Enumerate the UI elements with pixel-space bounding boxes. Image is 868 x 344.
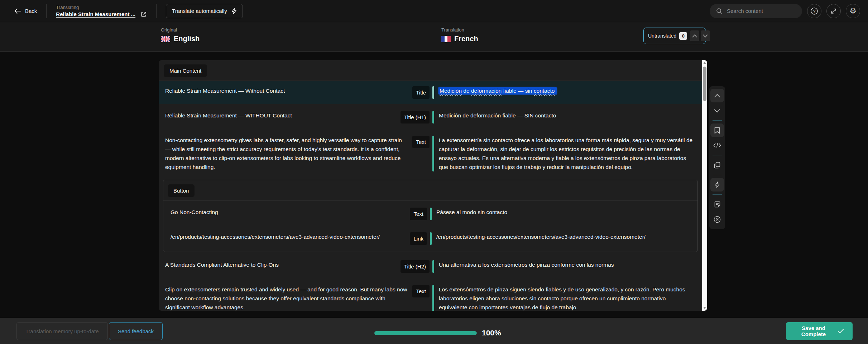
translation-row[interactable]: Clip on extensometers remain trusted and… [159, 280, 702, 311]
language-bar: Original English Translation [0, 22, 868, 52]
translation-label: Translation [441, 27, 478, 33]
top-bar: Back Translating Reliable Strain Measure… [0, 0, 868, 22]
progress-fill [374, 331, 477, 335]
scrollbar-down-arrow[interactable] [702, 305, 707, 311]
field-group: ButtonGo Non-ContactingTextPásese al mod… [163, 180, 698, 252]
original-text: Non-contacting extensometry gives labs a… [162, 136, 412, 171]
search-bar[interactable] [710, 4, 802, 18]
original-text: Go Non-Contacting [167, 208, 410, 217]
save-and-complete-button[interactable]: Save and Complete [786, 322, 853, 340]
translation-text[interactable]: Una alternativa a los extensómetros de p… [434, 260, 697, 269]
expand-icon [830, 8, 837, 15]
translation-text[interactable]: La extensometría sin contacto ofrece a l… [434, 136, 697, 171]
copy-icon [714, 162, 720, 169]
original-label: Original [161, 27, 200, 33]
field-type-tag: Text [412, 285, 430, 297]
chevron-up-icon [692, 34, 697, 38]
translation-language-block: Translation French [441, 27, 478, 43]
svg-text:?: ? [813, 9, 816, 14]
france-flag-icon [441, 36, 451, 42]
panel-divider [163, 200, 697, 201]
bookmark-button[interactable] [710, 123, 724, 137]
settings-gear-icon: ⚙ [849, 7, 857, 15]
field-type-tag: Link [410, 232, 427, 245]
translation-panel: Main Content Reliable Strain Measurement… [159, 60, 707, 311]
translation-text[interactable]: Medición de deformación fiable — SIN con… [434, 111, 697, 120]
translation-row[interactable]: Go Non-ContactingTextPásese al modo sin … [163, 202, 697, 226]
send-feedback-button[interactable]: Send feedback [109, 322, 163, 340]
search-icon [716, 8, 723, 14]
progress-bar [374, 331, 477, 335]
toolbar-divider [713, 155, 722, 155]
group-label-chip: Main Content [164, 64, 207, 77]
field-type-tag: Title [412, 86, 430, 99]
untranslated-filter[interactable]: Untranslated 0 [643, 28, 706, 44]
filter-label: Untranslated [648, 33, 676, 39]
translation-language-name: French [454, 35, 478, 43]
filter-previous-button[interactable] [690, 30, 699, 41]
search-input[interactable] [727, 8, 796, 14]
next-field-button[interactable] [710, 104, 724, 117]
checkmark-icon [838, 329, 844, 334]
field-type-tag: Text [412, 136, 430, 148]
original-language-block: Original English [161, 27, 200, 43]
settings-button[interactable]: ⚙ [846, 4, 860, 18]
translation-row[interactable]: Reliable Strain Measurement — Without Co… [159, 81, 702, 104]
uk-flag-icon [161, 36, 170, 42]
back-label: Back [25, 8, 37, 14]
scrollbar-thumb[interactable] [703, 67, 706, 101]
progress-percent-label: 100% [482, 329, 501, 337]
topbar-divider [156, 4, 157, 18]
translation-text[interactable]: /en/products/testing-accessories/extenso… [432, 232, 697, 241]
group-label-chip: Button [168, 184, 195, 197]
previous-field-button[interactable] [710, 89, 724, 102]
original-text: A Standards Compliant Alternative to Cli… [162, 260, 412, 269]
help-icon: ? [810, 6, 819, 16]
topbar-divider [46, 4, 47, 18]
translation-rows-container: Main Content Reliable Strain Measurement… [159, 60, 702, 311]
translation-text[interactable]: Los extensómetros de pinza siguen siendo… [434, 285, 697, 311]
translate-automatically-button[interactable]: Translate automatically [166, 4, 243, 18]
translation-row[interactable]: A Standards Compliant Alternative to Cli… [159, 255, 702, 278]
filter-next-button[interactable] [701, 30, 710, 41]
toolbar-divider [713, 120, 722, 121]
notes-icon [714, 201, 720, 208]
translation-row[interactable]: Reliable Strain Measurement — WITHOUT Co… [159, 106, 702, 129]
chevron-down-icon [703, 34, 708, 38]
notes-button[interactable] [710, 198, 724, 211]
external-link-icon[interactable] [140, 11, 147, 18]
context-label: Translating [56, 5, 147, 10]
scrollbar[interactable] [702, 60, 707, 311]
document-title[interactable]: Reliable Strain Measurement ... [56, 11, 135, 17]
copy-button[interactable] [710, 158, 724, 172]
scrollbar-up-arrow[interactable] [702, 60, 707, 66]
translation-text[interactable]: Medición de deformación fiable — sin con… [434, 86, 697, 95]
lightning-icon [715, 181, 720, 188]
original-text: /en/products/testing-accessories/extenso… [167, 232, 410, 241]
translation-memory-button: Translation memory up-to-date [16, 322, 108, 340]
progress-section: 100% [374, 329, 501, 337]
chevron-down-icon [714, 109, 720, 113]
save-button-label: Save and Complete [795, 325, 833, 337]
original-text: Clip on extensometers remain trusted and… [162, 285, 412, 311]
fullscreen-button[interactable] [826, 4, 841, 18]
toolbar-divider [713, 194, 722, 195]
field-type-tag: Text [410, 208, 427, 220]
auto-translate-field-button[interactable] [710, 178, 724, 192]
discard-button[interactable] [710, 213, 724, 226]
original-text: Reliable Strain Measurement — Without Co… [162, 86, 412, 95]
back-button[interactable]: Back [14, 8, 37, 14]
translate-button-label: Translate automatically [172, 8, 227, 14]
original-text: Reliable Strain Measurement — WITHOUT Co… [162, 111, 412, 120]
code-icon [713, 143, 721, 148]
bookmark-icon [714, 127, 720, 134]
field-type-tag: Title (H2) [401, 260, 430, 273]
side-toolbar [709, 86, 725, 229]
translation-row[interactable]: /en/products/testing-accessories/extenso… [163, 227, 697, 250]
translation-text[interactable]: Pásese al modo sin contacto [432, 208, 697, 217]
translation-row[interactable]: Non-contacting extensometry gives labs a… [159, 130, 702, 177]
help-button[interactable]: ? [807, 4, 821, 18]
lightning-icon [231, 8, 237, 14]
field-type-tag: Title (H1) [401, 111, 430, 123]
code-view-button[interactable] [710, 139, 724, 152]
